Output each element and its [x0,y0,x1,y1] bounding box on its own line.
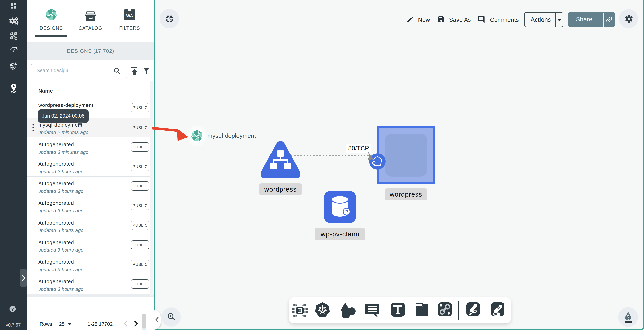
svg-text:WA: WA [126,13,133,18]
svg-text:?: ? [345,209,348,214]
svg-text:?: ? [11,307,14,312]
